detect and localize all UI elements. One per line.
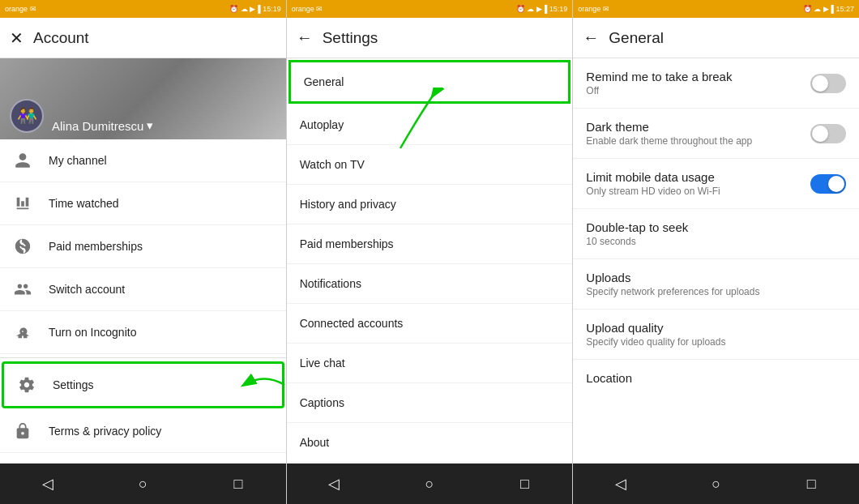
settings-screen: orange ✉ ⏰ ☁ ▶▐ 15:19 ← Settings General <box>287 0 574 504</box>
general-settings-list: Remind me to take a break Off Dark theme… <box>573 58 859 463</box>
help-item[interactable]: Help & feedback <box>0 453 286 463</box>
dark-theme-item: Dark theme Enable dark theme throughout … <box>573 109 859 159</box>
settings-icon <box>17 375 36 395</box>
general-header: ← General <box>573 18 859 58</box>
settings-menu-list: General Autoplay Watch on TV History and… <box>287 58 573 463</box>
limit-data-subtitle: Only stream HD video on Wi-Fi <box>586 186 720 197</box>
limit-data-title: Limit mobile data usage <box>586 170 720 184</box>
settings-header: ← Settings <box>287 18 573 58</box>
location-title: Location <box>586 371 632 385</box>
uploads-item[interactable]: Uploads Specify network preferences for … <box>573 259 859 310</box>
account-screen: orange ✉ ⏰ ☁ ▶▐ 15:19 ✕ Account 👫 Alina … <box>0 0 287 504</box>
dollar-icon <box>13 237 32 256</box>
toggle-thumb-3 <box>828 176 844 192</box>
nav-bar-2: ◁ ○ □ <box>287 463 573 504</box>
dark-theme-subtitle: Enable dark theme throughout the app <box>586 135 752 147</box>
status-icons-3: ⏰ ☁ ▶▐ 15:27 <box>803 5 854 13</box>
account-name: Alina Dumitrescu ▾ <box>52 118 153 133</box>
uploads-subtitle: Specify network preferences for uploads <box>586 286 759 297</box>
settings-label: Settings <box>53 378 94 391</box>
home-button-3[interactable]: ○ <box>700 468 733 500</box>
status-bar-2: orange ✉ ⏰ ☁ ▶▐ 15:19 <box>287 0 573 18</box>
divider-1 <box>0 357 286 358</box>
green-arrow-2 <box>352 88 449 152</box>
double-tap-item[interactable]: Double-tap to seek 10 seconds <box>573 209 859 259</box>
general-screen: orange ✉ ⏰ ☁ ▶▐ 15:27 ← General Remind m… <box>573 0 859 504</box>
back-button-1[interactable]: ◁ <box>32 468 64 500</box>
my-channel-label: My channel <box>49 154 107 167</box>
double-tap-title: Double-tap to seek <box>586 220 688 234</box>
person-icon <box>13 151 32 170</box>
account-menu-list: My channel Time watched Paid memberships… <box>0 139 286 463</box>
incognito-item[interactable]: Turn on Incognito <box>0 311 286 354</box>
carrier-3: orange ✉ <box>578 5 609 13</box>
paid-memberships-settings-item[interactable]: Paid memberships <box>287 224 573 264</box>
limit-data-toggle[interactable] <box>810 174 846 194</box>
remind-break-subtitle: Off <box>586 85 732 96</box>
history-privacy-item[interactable]: History and privacy <box>287 185 573 224</box>
remind-break-item: Remind me to take a break Off <box>573 58 859 109</box>
nav-bar-3: ◁ ○ □ <box>573 463 859 504</box>
incognito-label: Turn on Incognito <box>49 326 136 339</box>
back-icon-3[interactable]: ← <box>583 28 599 47</box>
home-button-1[interactable]: ○ <box>126 468 159 500</box>
double-tap-subtitle: 10 seconds <box>586 236 688 247</box>
green-arrow-1 <box>240 369 286 401</box>
dark-theme-toggle[interactable] <box>810 124 846 143</box>
status-icons-1: ⏰ ☁ ▶▐ 15:19 <box>229 5 280 13</box>
general-title: General <box>609 29 664 47</box>
lock-icon <box>13 421 32 441</box>
upload-quality-item[interactable]: Upload quality Specify video quality for… <box>573 310 859 360</box>
status-icons-2: ⏰ ☁ ▶▐ 15:19 <box>516 5 567 13</box>
carrier-1: orange ✉ <box>5 5 36 13</box>
connected-accounts-item[interactable]: Connected accounts <box>287 304 573 344</box>
remind-break-title: Remind me to take a break <box>586 70 732 83</box>
time-watched-label: Time watched <box>49 197 119 210</box>
recents-button-1[interactable]: □ <box>222 468 254 500</box>
status-bar-3: orange ✉ ⏰ ☁ ▶▐ 15:27 <box>573 0 859 18</box>
close-icon[interactable]: ✕ <box>10 28 24 48</box>
back-button-2[interactable]: ◁ <box>318 468 350 500</box>
account-banner: 👫 Alina Dumitrescu ▾ <box>0 58 286 139</box>
upload-quality-subtitle: Specify video quality for uploads <box>586 336 725 348</box>
switch-account-label: Switch account <box>49 283 125 296</box>
recents-button-3[interactable]: □ <box>795 468 827 500</box>
switch-account-item[interactable]: Switch account <box>0 268 286 311</box>
about-item[interactable]: About <box>287 423 573 463</box>
terms-label: Terms & privacy policy <box>49 425 161 438</box>
account-header: ✕ Account <box>0 18 286 58</box>
captions-item[interactable]: Captions <box>287 383 573 423</box>
limit-data-item: Limit mobile data usage Only stream HD v… <box>573 159 859 209</box>
toggle-thumb <box>812 75 828 92</box>
paid-memberships-item[interactable]: Paid memberships <box>0 225 286 268</box>
avatar: 👫 <box>10 99 44 133</box>
paid-memberships-label: Paid memberships <box>49 240 143 253</box>
incognito-icon <box>13 322 32 342</box>
back-button-3[interactable]: ◁ <box>605 468 637 500</box>
bar-chart-icon <box>13 194 32 213</box>
switch-icon <box>13 280 32 299</box>
my-channel-item[interactable]: My channel <box>0 139 286 182</box>
location-item[interactable]: Location <box>573 360 859 396</box>
carrier-2: orange ✉ <box>292 5 323 13</box>
settings-title: Settings <box>323 29 378 47</box>
home-button-2[interactable]: ○ <box>413 468 446 500</box>
status-bar-1: orange ✉ ⏰ ☁ ▶▐ 15:19 <box>0 0 286 18</box>
account-title: Account <box>33 29 89 47</box>
notifications-item[interactable]: Notifications <box>287 264 573 304</box>
upload-quality-title: Upload quality <box>586 321 725 335</box>
remind-break-toggle[interactable] <box>810 74 846 93</box>
time-watched-item[interactable]: Time watched <box>0 182 286 225</box>
nav-bar-1: ◁ ○ □ <box>0 463 286 504</box>
uploads-title: Uploads <box>586 271 759 284</box>
recents-button-2[interactable]: □ <box>509 468 541 500</box>
terms-item[interactable]: Terms & privacy policy <box>0 410 286 453</box>
toggle-thumb-2 <box>812 126 828 142</box>
live-chat-item[interactable]: Live chat <box>287 344 573 383</box>
dark-theme-title: Dark theme <box>586 120 752 134</box>
back-icon-2[interactable]: ← <box>297 28 313 47</box>
